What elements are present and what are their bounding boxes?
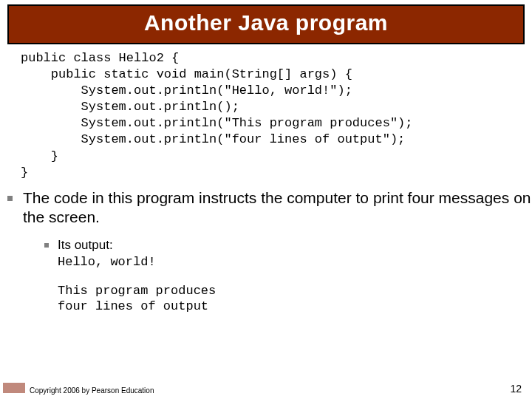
sub-bullet-text: Its output: Hello, world! (58, 237, 156, 270)
footer-graphic (3, 383, 25, 393)
bullet-icon (7, 196, 13, 201)
copyright-text: Copyright 2006 by Pearson Education (30, 386, 154, 395)
code-block: public class Hello2 { public static void… (21, 50, 532, 181)
page-number: 12 (510, 383, 522, 395)
footer: Copyright 2006 by Pearson Education 12 (0, 383, 532, 395)
bullet-icon (44, 243, 49, 248)
footer-left: Copyright 2006 by Pearson Education (0, 383, 154, 395)
main-bullet-text: The code in this program instructs the c… (23, 188, 532, 228)
main-bullet-row: The code in this program instructs the c… (7, 188, 532, 228)
sub-label: Its output: (58, 238, 113, 252)
output-block: This program produces four lines of outp… (58, 283, 532, 315)
output-first-line: Hello, world! (58, 255, 156, 269)
slide-title: Another Java program (144, 10, 388, 35)
title-bar: Another Java program (7, 4, 525, 44)
sub-bullet-row: Its output: Hello, world! (44, 237, 532, 270)
